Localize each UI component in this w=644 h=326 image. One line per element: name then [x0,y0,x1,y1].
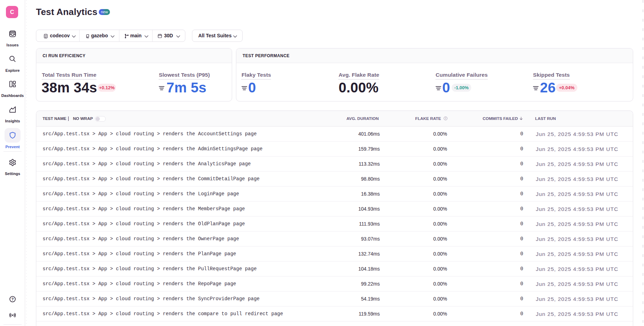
svg-text:?: ? [12,297,14,301]
svg-text:?: ? [445,117,446,120]
